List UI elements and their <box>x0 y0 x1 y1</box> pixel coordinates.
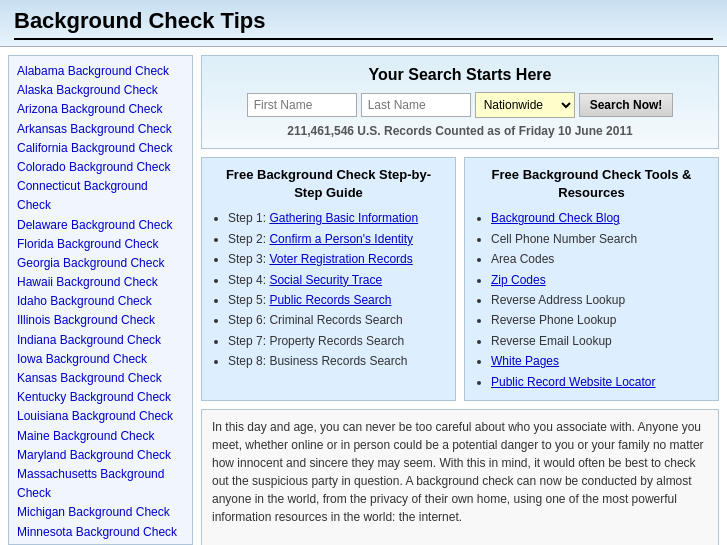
sidebar-link[interactable]: Louisiana Background Check <box>17 407 184 426</box>
sidebar-link[interactable]: Georgia Background Check <box>17 254 184 273</box>
tools-title: Free Background Check Tools & Resources <box>475 166 708 202</box>
tool-link[interactable]: White Pages <box>491 354 559 368</box>
tool-item: Reverse Email Lookup <box>491 331 708 351</box>
search-title: Your Search Starts Here <box>216 66 704 84</box>
step-item: Step 1: Gathering Basic Information <box>228 208 445 228</box>
step-link[interactable]: Social Security Trace <box>269 273 382 287</box>
sidebar-link[interactable]: Iowa Background Check <box>17 350 184 369</box>
first-name-input[interactable] <box>247 93 357 117</box>
step-text: Criminal Records Search <box>269 313 402 327</box>
page-title: Background Check Tips <box>14 8 713 40</box>
tool-item: Reverse Address Lookup <box>491 290 708 310</box>
sidebar-link[interactable]: Delaware Background Check <box>17 216 184 235</box>
tools-box: Free Background Check Tools & Resources … <box>464 157 719 401</box>
tool-item: Background Check Blog <box>491 208 708 228</box>
search-box: Your Search Starts Here Nationwide Searc… <box>201 55 719 149</box>
sidebar-link[interactable]: Colorado Background Check <box>17 158 184 177</box>
tool-text: Reverse Email Lookup <box>491 334 612 348</box>
app: Background Check Tips Alabama Background… <box>0 0 727 545</box>
sidebar-link[interactable]: Indiana Background Check <box>17 331 184 350</box>
step-item: Step 4: Social Security Trace <box>228 270 445 290</box>
step-link[interactable]: Confirm a Person's Identity <box>269 232 413 246</box>
tool-text: Cell Phone Number Search <box>491 232 637 246</box>
tool-item: Cell Phone Number Search <box>491 229 708 249</box>
tool-item: Area Codes <box>491 249 708 269</box>
guide-title: Free Background Check Step-by-Step Guide <box>212 166 445 202</box>
sidebar-link[interactable]: Alabama Background Check <box>17 62 184 81</box>
step-text: Business Records Search <box>269 354 407 368</box>
search-button[interactable]: Search Now! <box>579 93 674 117</box>
sidebar-link[interactable]: Alaska Background Check <box>17 81 184 100</box>
description: In this day and age, you can never be to… <box>201 409 719 545</box>
tool-link[interactable]: Background Check Blog <box>491 211 620 225</box>
step-link[interactable]: Voter Registration Records <box>269 252 412 266</box>
sidebar-link[interactable]: Florida Background Check <box>17 235 184 254</box>
sidebar-link[interactable]: Kentucky Background Check <box>17 388 184 407</box>
two-columns: Free Background Check Step-by-Step Guide… <box>201 157 719 401</box>
tool-item: White Pages <box>491 351 708 371</box>
tool-text: Reverse Address Lookup <box>491 293 625 307</box>
sidebar-link[interactable]: Kansas Background Check <box>17 369 184 388</box>
tool-item: Public Record Website Locator <box>491 372 708 392</box>
step-item: Step 2: Confirm a Person's Identity <box>228 229 445 249</box>
sidebar-link[interactable]: Idaho Background Check <box>17 292 184 311</box>
sidebar-link[interactable]: Connecticut Background Check <box>17 177 184 215</box>
sidebar-link[interactable]: Arkansas Background Check <box>17 120 184 139</box>
sidebar-link[interactable]: Arizona Background Check <box>17 100 184 119</box>
sidebar-link[interactable]: Maryland Background Check <box>17 446 184 465</box>
tool-link[interactable]: Public Record Website Locator <box>491 375 656 389</box>
steps-list: Step 1: Gathering Basic InformationStep … <box>212 208 445 371</box>
sidebar-link[interactable]: Hawaii Background Check <box>17 273 184 292</box>
search-form: Nationwide Search Now! <box>216 92 704 118</box>
records-count: 211,461,546 U.S. Records Counted as of F… <box>216 124 704 138</box>
step-link[interactable]: Public Records Search <box>269 293 391 307</box>
tool-link[interactable]: Zip Codes <box>491 273 546 287</box>
last-name-input[interactable] <box>361 93 471 117</box>
tool-text: Area Codes <box>491 252 554 266</box>
guide-box: Free Background Check Step-by-Step Guide… <box>201 157 456 401</box>
sidebar-link[interactable]: California Background Check <box>17 139 184 158</box>
page-header: Background Check Tips <box>0 0 727 47</box>
step-link[interactable]: Gathering Basic Information <box>269 211 418 225</box>
step-text: Property Records Search <box>269 334 404 348</box>
location-select[interactable]: Nationwide <box>475 92 575 118</box>
step-item: Step 7: Property Records Search <box>228 331 445 351</box>
tools-list: Background Check BlogCell Phone Number S… <box>475 208 708 392</box>
sidebar-link[interactable]: Minnesota Background Check <box>17 523 184 542</box>
main-layout: Alabama Background CheckAlaska Backgroun… <box>0 47 727 545</box>
tool-text: Reverse Phone Lookup <box>491 313 616 327</box>
sidebar-link[interactable]: Illinois Background Check <box>17 311 184 330</box>
sidebar: Alabama Background CheckAlaska Backgroun… <box>8 55 193 545</box>
sidebar-link[interactable]: Michigan Background Check <box>17 503 184 522</box>
sidebar-link[interactable]: Maine Background Check <box>17 427 184 446</box>
desc-para1: In this day and age, you can never be to… <box>212 418 708 526</box>
step-item: Step 3: Voter Registration Records <box>228 249 445 269</box>
right-content: Your Search Starts Here Nationwide Searc… <box>201 55 719 545</box>
tool-item: Reverse Phone Lookup <box>491 310 708 330</box>
step-item: Step 5: Public Records Search <box>228 290 445 310</box>
sidebar-link[interactable]: Massachusetts Background Check <box>17 465 184 503</box>
step-item: Step 8: Business Records Search <box>228 351 445 371</box>
tool-item: Zip Codes <box>491 270 708 290</box>
step-item: Step 6: Criminal Records Search <box>228 310 445 330</box>
